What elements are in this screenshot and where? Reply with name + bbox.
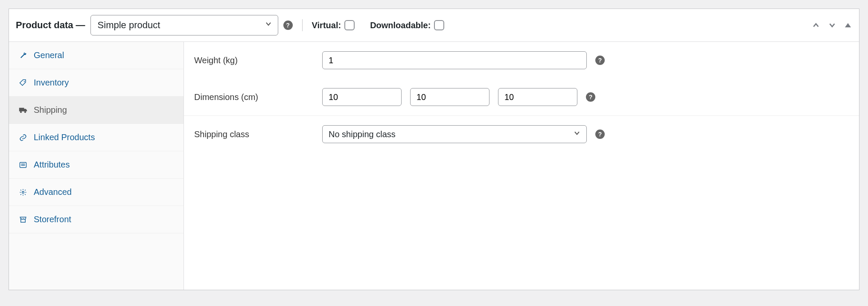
chevron-down-icon bbox=[264, 20, 273, 31]
store-icon bbox=[18, 216, 28, 224]
tab-label: Shipping bbox=[34, 105, 67, 115]
svg-point-6 bbox=[22, 191, 24, 193]
weight-row: Weight (kg) ? bbox=[184, 42, 859, 79]
product-data-panel: Product data — Simple product ? Virtual:… bbox=[9, 9, 859, 290]
shipping-class-row: Shipping class No shipping class ? bbox=[184, 116, 859, 153]
tab-label: Linked Products bbox=[34, 132, 95, 142]
virtual-checkbox[interactable] bbox=[344, 20, 355, 30]
separator bbox=[302, 19, 303, 31]
tab-label: General bbox=[34, 50, 64, 60]
downloadable-group: Downloadable: bbox=[370, 20, 444, 30]
tab-label: Attributes bbox=[34, 160, 70, 170]
dimensions-row: Dimensions (cm) ? bbox=[184, 79, 859, 116]
wrench-icon bbox=[18, 52, 28, 59]
help-icon[interactable]: ? bbox=[283, 21, 293, 30]
weight-label: Weight (kg) bbox=[194, 56, 322, 65]
triangle-up-icon[interactable] bbox=[844, 21, 852, 29]
help-icon[interactable]: ? bbox=[595, 129, 605, 139]
width-input[interactable] bbox=[410, 88, 489, 106]
downloadable-checkbox[interactable] bbox=[434, 20, 444, 30]
gear-icon bbox=[18, 188, 28, 196]
tab-attributes[interactable]: Attributes bbox=[9, 151, 184, 179]
tab-shipping[interactable]: Shipping bbox=[9, 97, 184, 124]
weight-input[interactable] bbox=[322, 51, 587, 69]
chevron-up-icon[interactable] bbox=[811, 21, 821, 30]
shipping-class-select[interactable]: No shipping class bbox=[322, 125, 587, 143]
product-type-select[interactable]: Simple product bbox=[90, 15, 278, 35]
tab-storefront[interactable]: Storefront bbox=[9, 206, 184, 233]
shipping-class-value: No shipping class bbox=[329, 129, 396, 139]
dimensions-label: Dimensions (cm) bbox=[194, 92, 322, 102]
panel-title: Product data — bbox=[16, 20, 85, 31]
chevron-down-icon[interactable] bbox=[827, 21, 837, 30]
tag-icon bbox=[18, 79, 28, 87]
svg-point-2 bbox=[24, 111, 26, 113]
help-icon[interactable]: ? bbox=[586, 92, 595, 102]
panel-body: General Inventory Shipping Linked Produc… bbox=[9, 42, 859, 290]
virtual-label: Virtual: bbox=[312, 21, 341, 30]
tab-advanced[interactable]: Advanced bbox=[9, 179, 184, 206]
link-icon bbox=[18, 134, 28, 141]
tab-label: Storefront bbox=[34, 215, 71, 224]
length-input[interactable] bbox=[322, 88, 402, 106]
chevron-down-icon bbox=[573, 129, 581, 140]
product-type-value: Simple product bbox=[98, 20, 160, 31]
svg-point-0 bbox=[24, 81, 25, 82]
tab-label: Advanced bbox=[34, 187, 72, 197]
svg-point-1 bbox=[20, 111, 22, 113]
downloadable-label: Downloadable: bbox=[370, 21, 431, 30]
tab-general[interactable]: General bbox=[9, 42, 184, 69]
tabs-sidebar: General Inventory Shipping Linked Produc… bbox=[9, 42, 184, 290]
panel-header: Product data — Simple product ? Virtual:… bbox=[9, 9, 859, 42]
tab-linked-products[interactable]: Linked Products bbox=[9, 124, 184, 151]
truck-icon bbox=[18, 107, 28, 114]
height-input[interactable] bbox=[498, 88, 577, 106]
shipping-class-label: Shipping class bbox=[194, 129, 322, 139]
list-icon bbox=[18, 161, 28, 169]
virtual-group: Virtual: bbox=[312, 20, 355, 30]
help-icon[interactable]: ? bbox=[595, 56, 605, 65]
tab-label: Inventory bbox=[34, 78, 69, 88]
panel-actions bbox=[811, 21, 852, 30]
tab-inventory[interactable]: Inventory bbox=[9, 69, 184, 97]
tab-content: Weight (kg) ? Dimensions (cm) ? bbox=[184, 42, 859, 290]
